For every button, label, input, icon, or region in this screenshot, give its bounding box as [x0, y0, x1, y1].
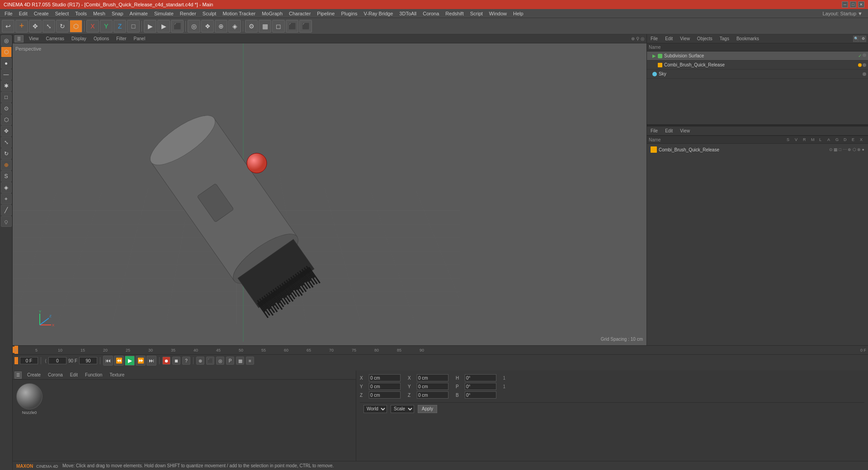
key-btn6[interactable]: ≡ — [246, 357, 254, 365]
key-btn1[interactable]: ⊕ — [196, 357, 204, 365]
obj-settings-btn[interactable]: ⚙ — [860, 36, 866, 42]
toolbar-render-picture[interactable]: ⬛ — [171, 20, 184, 33]
tool-point-mode[interactable]: ● — [1, 58, 12, 69]
viewport-tab-display[interactable]: Display — [70, 35, 88, 42]
menu-script[interactable]: Script — [467, 10, 486, 17]
toolbar-undo[interactable]: ↩ — [2, 20, 14, 33]
mat-tab-create[interactable]: Create — [25, 371, 42, 378]
coord-ry-input[interactable] — [417, 383, 448, 390]
menu-snap[interactable]: Snap — [109, 10, 126, 17]
toolbar-poly[interactable]: ❖ — [201, 20, 214, 33]
viewport-3d[interactable]: Perspective — [13, 43, 646, 345]
apply-button[interactable]: Apply — [418, 405, 437, 413]
close-button[interactable]: ✕ — [858, 1, 864, 8]
tl-end-input[interactable] — [79, 357, 97, 364]
tool-extrude[interactable]: S — [1, 171, 12, 182]
toolbar-z-axis[interactable]: Z — [113, 20, 126, 33]
coord-h-input[interactable] — [465, 374, 496, 381]
menu-mograph[interactable]: MoGraph — [259, 10, 285, 17]
mat-tab-edit[interactable]: Edit — [68, 371, 80, 378]
toolbar-render-region[interactable]: ▶ — [144, 20, 156, 33]
menu-animate[interactable]: Animate — [127, 10, 151, 17]
play-to-end[interactable]: ⏭ — [146, 356, 156, 366]
menu-mesh[interactable]: Mesh — [90, 10, 108, 17]
world-select[interactable]: World — [363, 405, 387, 413]
obj-menu-edit[interactable]: Edit — [663, 35, 675, 42]
toolbar-select[interactable]: ⬡ — [70, 20, 82, 33]
menu-character[interactable]: Character — [286, 10, 313, 17]
toolbar-light[interactable]: ⚙ — [245, 20, 258, 33]
object-row-sky[interactable]: Sky — [647, 70, 868, 79]
menu-sculpt[interactable]: Sculpt — [200, 10, 219, 17]
tool-knife[interactable]: ╱ — [1, 205, 12, 216]
menu-pipeline[interactable]: Pipeline — [314, 10, 337, 17]
mat-menu-edit[interactable]: Edit — [663, 127, 675, 134]
menu-window[interactable]: Window — [486, 10, 509, 17]
menu-plugins[interactable]: Plugins — [338, 10, 360, 17]
menu-motion-tracker[interactable]: Motion Tracker — [220, 10, 258, 17]
toolbar-rotate[interactable]: ↻ — [56, 20, 69, 33]
tool-magnet[interactable]: ⍜ — [1, 216, 12, 227]
menu-help[interactable]: Help — [510, 10, 526, 17]
coord-p-input[interactable] — [465, 383, 496, 390]
question-btn[interactable]: ? — [182, 357, 190, 365]
tool-rect-select[interactable]: □ — [1, 92, 12, 103]
menu-vray[interactable]: V-Ray Bridge — [361, 10, 396, 17]
mat-menu-view[interactable]: View — [678, 127, 692, 134]
play-prev-frame[interactable]: ⏪ — [114, 356, 124, 366]
coord-b-input[interactable] — [465, 391, 496, 399]
key-btn5[interactable]: ▦ — [236, 357, 244, 365]
toolbar-y-axis[interactable]: Y — [100, 20, 113, 33]
record-btn[interactable]: ⏺ — [162, 357, 170, 365]
coord-y-input[interactable] — [369, 383, 401, 390]
tool-live-select[interactable]: ✱ — [1, 80, 12, 91]
obj-menu-tags[interactable]: Tags — [718, 35, 731, 42]
toolbar-x-axis[interactable]: X — [86, 20, 99, 33]
play-button[interactable]: ▶ — [125, 356, 135, 366]
tool-move[interactable]: ✥ — [1, 126, 12, 136]
toolbar-object[interactable]: ◎ — [188, 20, 200, 33]
menu-3dtoa[interactable]: 3DToAll — [396, 10, 419, 17]
key-btn3[interactable]: ◎ — [216, 357, 224, 365]
toolbar-camera[interactable]: ▦ — [259, 20, 271, 33]
obj-menu-view[interactable]: View — [678, 35, 692, 42]
toolbar-material[interactable]: ◻ — [272, 20, 285, 33]
toolbar-edge[interactable]: ⊕ — [215, 20, 227, 33]
obj-search-btn[interactable]: 🔍 — [853, 36, 859, 42]
key-btn4[interactable]: P — [226, 357, 234, 365]
toolbar-world[interactable]: □ — [127, 20, 140, 33]
tool-bevel[interactable]: ◈ — [1, 182, 12, 193]
menu-render[interactable]: Render — [177, 10, 199, 17]
menu-create[interactable]: Create — [31, 10, 52, 17]
object-row-subdivision[interactable]: ▶ Subdivision Surface ✓ — [647, 52, 868, 61]
stop-btn[interactable]: ⏹ — [172, 357, 180, 365]
viewport-menu-icon[interactable]: ☰ — [14, 35, 24, 42]
toolbar-floor[interactable]: ⬛ — [286, 20, 298, 33]
viewport-tab-cameras[interactable]: Cameras — [44, 35, 66, 42]
tool-bridge[interactable]: ⌖ — [1, 193, 12, 204]
menu-file[interactable]: File — [2, 10, 15, 17]
mat-tab-corona[interactable]: Corona — [46, 371, 65, 378]
viewport-tab-view[interactable]: View — [27, 35, 41, 42]
viewport-tab-filter[interactable]: Filter — [114, 35, 128, 42]
tool-object-mode[interactable]: ◎ — [1, 35, 12, 46]
tool-sculpt-draw[interactable]: ⊕ — [1, 160, 12, 170]
menu-select[interactable]: Select — [52, 10, 72, 17]
maximize-button[interactable]: □ — [850, 1, 856, 8]
coord-z-input[interactable] — [369, 391, 401, 399]
toolbar-render-view[interactable]: ▶ — [157, 20, 170, 33]
toolbar-point[interactable]: ◈ — [228, 20, 241, 33]
menu-redshift[interactable]: Redshift — [443, 10, 466, 17]
obj-menu-objects[interactable]: Objects — [695, 35, 714, 42]
object-row-combi[interactable]: Combi_Brush_Quick_Release — [647, 61, 868, 70]
mat-menu-file[interactable]: File — [649, 127, 660, 134]
play-next-frame[interactable]: ⏩ — [136, 356, 146, 366]
menu-edit[interactable]: Edit — [16, 10, 30, 17]
coord-rz-input[interactable] — [417, 391, 448, 399]
tool-scale2[interactable]: ⤡ — [1, 137, 12, 148]
menu-simulate[interactable]: Simulate — [151, 10, 176, 17]
tool-edge-mode[interactable]: — — [1, 69, 12, 80]
menu-corona[interactable]: Corona — [420, 10, 442, 17]
tool-rotate2[interactable]: ↻ — [1, 148, 12, 159]
obj-menu-bookmarks[interactable]: Bookmarks — [735, 35, 761, 42]
